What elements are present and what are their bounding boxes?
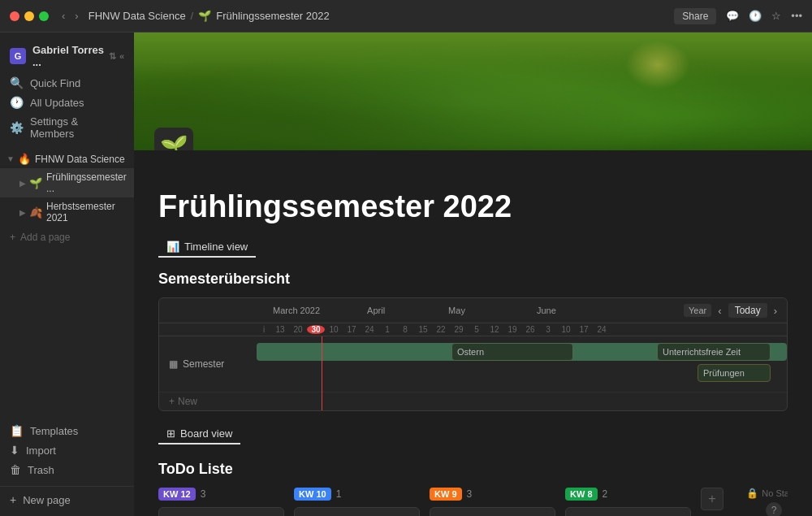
sidebar: G Gabriel Torres ... ⇅ « 🔍 Quick Find 🕐 … — [0, 33, 134, 516]
date-10a: 10 — [325, 325, 343, 334]
timeline-today-button[interactable]: Today — [728, 303, 767, 318]
kw8-count: 2 — [603, 488, 608, 500]
year-select[interactable]: Year — [684, 304, 711, 317]
timeline-new-button[interactable]: + New — [159, 392, 787, 410]
date-24: 24 — [593, 325, 611, 334]
comment-icon[interactable]: 💬 — [726, 10, 739, 22]
templates-label: Templates — [30, 425, 78, 437]
board-column-kw12: KW 12 3 wet Konzept vorbereiten Done — [158, 488, 284, 516]
hidden-group-label: 🔒 No Status — [746, 488, 788, 499]
more-icon[interactable]: ••• — [791, 10, 802, 22]
kw9-count: 3 — [467, 488, 473, 500]
maximize-button[interactable] — [39, 11, 49, 21]
back-button[interactable]: ‹ — [58, 8, 68, 24]
hero-image: 🌱 — [134, 33, 812, 150]
june-label: June — [537, 306, 556, 315]
date-20: 20 — [289, 325, 307, 334]
chevron-down-icon: ▼ — [6, 154, 15, 163]
kw10-count: 1 — [336, 488, 342, 500]
tab-board[interactable]: ⊞ Board view — [158, 424, 240, 444]
forward-button[interactable]: › — [71, 8, 81, 24]
timeline-container: March 2022 April May June Year ‹ Today › — [158, 297, 788, 411]
hidden-group: 🔒 No Status ? — [733, 488, 788, 516]
breadcrumb-page[interactable]: Frühlingssemester 2022 — [216, 10, 329, 22]
import-icon: ⬇ — [10, 444, 19, 457]
quick-find-label: Quick Find — [30, 77, 80, 89]
minimize-button[interactable] — [24, 11, 34, 21]
new-page-label: New page — [23, 494, 71, 506]
date-cells: i 13 20 30 10 17 24 1 8 15 22 29 5 12 — [257, 325, 611, 334]
sidebar-item-trash[interactable]: 🗑 Trash — [0, 460, 134, 479]
board-column-kw10: KW 10 1 gdv Abgabe LO1 Done — [294, 488, 420, 516]
breadcrumb-separator: / — [191, 10, 194, 22]
chevron-right-icon: ▶ — [19, 179, 26, 188]
kw12-count: 3 — [201, 488, 206, 500]
april-label: April — [367, 306, 385, 315]
date-i: i — [257, 325, 271, 334]
add-page-label: Add a page — [20, 232, 70, 243]
workspace-icon: G — [10, 48, 26, 64]
sidebar-item-new-page[interactable]: + New page — [0, 486, 134, 509]
unterricht-bar: Unterrichtsfreie Zeit — [657, 343, 771, 361]
window-controls — [10, 11, 49, 21]
sidebar-item-quick-find[interactable]: 🔍 Quick Find — [0, 73, 134, 93]
date-24a: 24 — [361, 325, 378, 334]
timeline-tab-icon: 📊 — [166, 241, 179, 253]
tab-timeline[interactable]: 📊 Timeline view — [158, 237, 256, 258]
close-button[interactable] — [10, 11, 19, 21]
board-column-kw8: KW 8 2 Notion aufsetzen Done — [565, 488, 691, 516]
kw10-badge: KW 10 — [294, 488, 331, 501]
trash-icon: 🗑 — [10, 463, 21, 476]
timeline-next-button[interactable]: › — [774, 305, 777, 317]
workspace-name: Gabriel Torres ... — [32, 44, 109, 68]
add-column-button[interactable]: + — [701, 488, 723, 510]
board-col-header-kw12: KW 12 3 — [158, 488, 284, 501]
hidden-group-text: No Status — [762, 488, 788, 498]
sidebar-item-templates[interactable]: 📋 Templates — [0, 421, 134, 440]
sidebar-item-settings[interactable]: ⚙️ Settings & Members — [0, 112, 134, 143]
history-icon[interactable]: 🕐 — [749, 10, 762, 22]
board-tab-icon: ⊞ — [166, 427, 175, 440]
share-button[interactable]: Share — [674, 8, 716, 24]
date-17: 17 — [575, 325, 593, 334]
board-col-header-kw9: KW 9 3 — [430, 488, 555, 501]
sidebar-collapse-icon[interactable]: « — [119, 51, 124, 61]
timeline-tab-label: Timeline view — [184, 241, 248, 253]
hero-light — [625, 41, 690, 89]
board-tab-label: Board view — [180, 427, 232, 440]
date-3: 3 — [539, 325, 557, 334]
ostern-bar: Ostern — [451, 343, 573, 361]
date-19j: 19 — [503, 325, 521, 334]
titlebar-right: Share 💬 🕐 ☆ ••• — [674, 8, 802, 24]
favorite-icon[interactable]: ☆ — [771, 10, 781, 22]
timeline-prev-button[interactable]: ‹ — [718, 305, 721, 317]
board-col-header-kw10: KW 10 1 — [294, 488, 420, 501]
sidebar-item-import[interactable]: ⬇ Import — [0, 440, 134, 460]
march-label: March 2022 — [273, 306, 320, 315]
sidebar-item-fruhling[interactable]: ▶ 🌱 Frühlingssemester ... — [0, 168, 134, 197]
page-icon-overlay: 🌱 — [154, 128, 193, 150]
board-card-kw12-1: wet Konzept vorbereiten Done — [158, 507, 284, 516]
timeline-track-semester: Ostern Unterrichtsfreie Zeit Prüfungen — [257, 340, 787, 388]
sidebar-workspace[interactable]: G Gabriel Torres ... ⇅ « — [0, 39, 134, 73]
table-icon: ▦ — [169, 358, 178, 370]
sidebar-item-herbst[interactable]: ▶ 🍂 Herbstsemester 2021 — [0, 197, 134, 227]
new-label: New — [178, 396, 197, 407]
workspace-expand-icon: ⇅ — [109, 51, 116, 62]
date-15m: 15 — [414, 325, 432, 334]
sidebar-item-all-updates[interactable]: 🕐 All Updates — [0, 93, 134, 112]
date-1m: 1 — [378, 325, 396, 334]
date-26j: 26 — [521, 325, 539, 334]
lock-icon: 🔒 — [746, 488, 758, 499]
pruefungen-bar: Prüfungen — [698, 364, 771, 382]
date-13: 13 — [271, 325, 289, 334]
breadcrumb-workspace[interactable]: FHNW Data Science — [89, 10, 186, 22]
date-29m: 29 — [450, 325, 468, 334]
board-card-kw9-1: daw anfangen Done — [430, 507, 555, 516]
breadcrumb-page-icon: 🌱 — [198, 10, 211, 22]
sidebar-item-fhnw[interactable]: ▼ 🔥 FHNW Data Science — [0, 150, 134, 168]
board-card-kw8-1: Notion aufsetzen Done — [565, 507, 691, 516]
sidebar-add-page[interactable]: + Add a page — [0, 228, 134, 246]
board-card-kw10-1: gdv Abgabe LO1 Done — [294, 507, 420, 516]
kw8-badge: KW 8 — [565, 488, 598, 501]
